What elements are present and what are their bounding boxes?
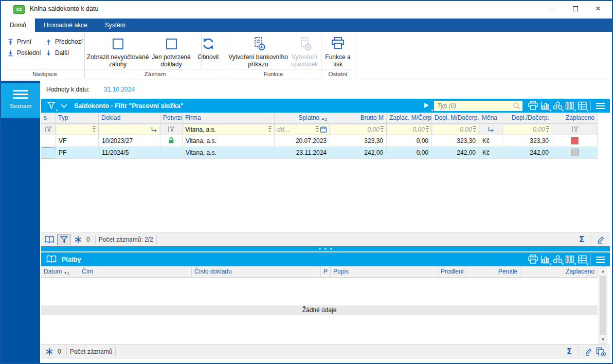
freeze-icon[interactable] bbox=[72, 235, 84, 244]
filter-cell-dopl[interactable]: 0,00=▾ bbox=[502, 124, 552, 135]
maximize-button[interactable] bbox=[565, 1, 586, 16]
col-header-zaplac[interactable]: Zaplac. M/Čerp. M bbox=[387, 113, 432, 124]
new-record-icon[interactable] bbox=[594, 347, 607, 356]
scroll-up-icon[interactable]: ▲ bbox=[599, 267, 607, 275]
col-header-brutto[interactable]: Brutto M bbox=[330, 113, 387, 124]
filter-cell-doklad[interactable] bbox=[99, 124, 160, 135]
cell-mena[interactable]: Kč bbox=[479, 147, 502, 159]
functions-print-button[interactable]: Funkce a tisk bbox=[321, 33, 354, 68]
create-reminders-button[interactable]: Vytvoření upomínek bbox=[284, 33, 325, 68]
cell-firma[interactable]: Vitana, a.s. bbox=[183, 135, 275, 147]
cell-dopl[interactable]: 242,00 bbox=[502, 147, 552, 159]
sidebar-item-seznam[interactable]: Seznam bbox=[1, 83, 40, 118]
columns-icon[interactable]: ▾ bbox=[564, 254, 576, 265]
cell-doklad[interactable]: 10/2023/27 bbox=[99, 135, 160, 147]
nav-first-button[interactable]: První bbox=[7, 37, 31, 46]
table-row-cell[interactable] bbox=[41, 135, 56, 147]
col-header-popis[interactable]: Popis bbox=[331, 266, 438, 278]
filter-cell-potvrzeno[interactable] bbox=[160, 124, 183, 135]
col-header-datum[interactable]: Datum ▲1 bbox=[41, 266, 79, 278]
col-header-firma[interactable]: Firma bbox=[183, 113, 275, 124]
related-records-icon[interactable]: ▾ bbox=[551, 101, 564, 111]
filter-cell-brutto[interactable]: 0,00=▾ bbox=[330, 124, 387, 135]
col-header-p[interactable]: P bbox=[321, 266, 331, 278]
table-row-cell[interactable] bbox=[41, 147, 56, 159]
col-header-cim[interactable]: Čím bbox=[79, 266, 192, 278]
related-records-icon[interactable]: ▾ bbox=[551, 254, 564, 265]
chevron-down-icon[interactable] bbox=[58, 101, 70, 111]
only-confirmed-docs-button[interactable]: Jen potvrzené doklady bbox=[143, 33, 200, 68]
play-icon[interactable]: ▾ bbox=[421, 101, 433, 111]
col-header-potvrzeno[interactable]: Potvrzeno bbox=[160, 113, 183, 124]
cell-splatno[interactable]: 20.07.2023 bbox=[275, 135, 330, 147]
cell-typ[interactable]: VF bbox=[56, 135, 99, 147]
sum-icon[interactable]: Σ bbox=[563, 347, 575, 356]
print-icon[interactable] bbox=[527, 101, 539, 111]
nav-prev-button[interactable]: Předchozí bbox=[45, 37, 83, 46]
search-box bbox=[434, 101, 522, 111]
filter-cell-splatno[interactable]: dd....=▾ bbox=[275, 124, 330, 135]
col-header-doklad[interactable]: Doklad bbox=[99, 113, 160, 124]
tab-system[interactable]: Systém bbox=[96, 19, 134, 32]
cell-potvrzeno[interactable] bbox=[160, 135, 183, 147]
cell-dopl[interactable]: 323,30 bbox=[502, 135, 552, 147]
col-header-cislo-dokladu[interactable]: Číslo dokladu bbox=[192, 266, 321, 278]
col-header-typ[interactable]: Typ bbox=[56, 113, 99, 124]
minimize-button[interactable] bbox=[541, 1, 563, 16]
tab-hromadne-akce[interactable]: Hromadné akce bbox=[35, 19, 96, 32]
cell-brutto[interactable]: 242,00 bbox=[330, 147, 387, 159]
freeze-icon[interactable] bbox=[43, 348, 56, 356]
cell-dopl-m[interactable]: 242,00 bbox=[432, 147, 479, 159]
cell-brutto[interactable]: 323,30 bbox=[330, 135, 387, 147]
excel-export-icon[interactable]: ▾ bbox=[576, 254, 588, 265]
col-header-dopl-m[interactable]: Dopl. M/Dočerp. M bbox=[432, 113, 479, 124]
col-header-zaplaceno[interactable]: Zaplaceno bbox=[552, 113, 598, 124]
filter-cell-zaplac[interactable]: 0,00=▾ bbox=[387, 124, 432, 135]
col-header-prodleni[interactable]: Prodlení bbox=[438, 266, 465, 278]
chart-icon[interactable]: ▾ bbox=[539, 101, 551, 111]
filter-cell-firma[interactable]: Vitana, a.s.=▾ bbox=[183, 124, 275, 135]
scrollbar-thumb[interactable] bbox=[600, 276, 606, 335]
columns-icon[interactable]: ▾ bbox=[564, 101, 576, 111]
cell-dopl-m[interactable]: 323,30 bbox=[432, 135, 479, 147]
panel-menu-icon[interactable] bbox=[596, 257, 605, 263]
col-header-zaplaceno[interactable]: Zaplaceno bbox=[520, 266, 598, 278]
cell-firma[interactable]: Vitana, a.s. bbox=[183, 147, 275, 159]
tab-domu[interactable]: Domů bbox=[1, 19, 35, 32]
scroll-down-icon[interactable]: ▼ bbox=[599, 335, 607, 343]
filter-cell-typ[interactable]: =▾ bbox=[56, 124, 99, 135]
filter-cell-dopl-m[interactable]: 0,00=▾ bbox=[432, 124, 479, 135]
filter-cell-zaplaceno[interactable] bbox=[552, 124, 598, 135]
panel-menu-icon[interactable] bbox=[596, 103, 605, 109]
vertical-scrollbar[interactable]: ▲ ▼ bbox=[599, 266, 607, 344]
edit-icon[interactable] bbox=[582, 348, 594, 356]
search-input[interactable] bbox=[434, 101, 522, 111]
nav-last-button[interactable]: Poslední bbox=[7, 48, 41, 58]
excel-export-icon[interactable]: ▾ bbox=[576, 101, 588, 111]
filter-cell-s[interactable] bbox=[41, 124, 56, 135]
sum-icon[interactable]: Σ bbox=[575, 235, 588, 244]
chart-icon[interactable]: ▾ bbox=[539, 254, 551, 265]
filter-toggle-button[interactable] bbox=[57, 234, 70, 245]
edit-icon[interactable] bbox=[594, 235, 607, 244]
filter-menu-icon[interactable]: ▾ bbox=[45, 101, 58, 111]
filter-cell-mena[interactable] bbox=[479, 124, 502, 135]
cell-mena[interactable]: Kč bbox=[479, 135, 502, 147]
cell-zaplaceno[interactable] bbox=[552, 147, 598, 159]
col-header-splatno[interactable]: Splatno ▲2 bbox=[275, 113, 330, 124]
col-header-penale[interactable]: Penále bbox=[465, 266, 520, 278]
cell-potvrzeno[interactable] bbox=[160, 147, 183, 159]
cell-zaplaceno[interactable] bbox=[552, 135, 598, 147]
cell-splatno[interactable]: 23.11.2024 bbox=[275, 147, 330, 159]
cell-zaplac[interactable]: 0,00 bbox=[387, 147, 432, 159]
panel-splitter[interactable] bbox=[41, 246, 610, 251]
col-header-dopl[interactable]: Dopl./Dočerp. bbox=[502, 113, 552, 124]
print-icon[interactable] bbox=[527, 254, 539, 265]
cell-zaplac[interactable]: 0,00 bbox=[387, 135, 432, 147]
close-button[interactable]: × bbox=[587, 1, 609, 16]
book-view-icon[interactable] bbox=[43, 235, 56, 244]
col-header-mena[interactable]: Měna bbox=[479, 113, 502, 124]
cell-typ[interactable]: PF bbox=[56, 147, 99, 159]
nav-next-button[interactable]: Další bbox=[45, 48, 69, 58]
cell-doklad[interactable]: 11/2024/5 bbox=[99, 147, 160, 159]
